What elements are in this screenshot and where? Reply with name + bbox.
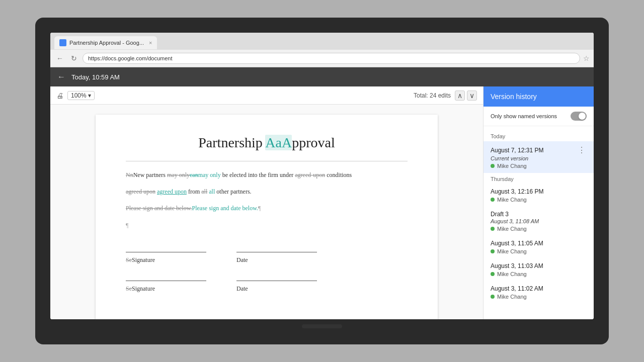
version-author-4: Mike Chang (491, 248, 587, 254)
named-versions-toggle[interactable] (571, 112, 587, 121)
browser-chrome: Partnership Approval - Goog... × ← ↻ ☆ (50, 33, 594, 67)
laptop-frame: Partnership Approval - Goog... × ← ↻ ☆ ←… (35, 18, 609, 344)
address-bar-row: ← ↻ ☆ (50, 50, 594, 67)
date-label-1: Date (236, 256, 317, 264)
doc-page-container: Partnership AaApproval NnNew partners ma… (50, 105, 483, 319)
date-line-1 (236, 245, 317, 252)
next-edit-button[interactable]: ∨ (467, 90, 477, 101)
zoom-arrow-icon: ▾ (88, 92, 91, 99)
title-part2: pproval (292, 135, 335, 150)
doc-page-title: Partnership AaApproval (126, 135, 408, 151)
back-arrow-button[interactable]: ← (57, 72, 65, 81)
author-dot-3 (491, 227, 495, 231)
sig-row-1: SeSignature Date (126, 245, 408, 264)
body-teal-all: all (209, 188, 215, 195)
version-item-6[interactable]: August 3, 11:02 AM Mike Chang (484, 281, 594, 304)
author-name-6: Mike Chang (497, 294, 527, 300)
version-time-5: August 3, 11:03 AM (491, 262, 543, 269)
doc-secondary-toolbar: 🖨 100% ▾ Total: 24 edits ∧ ∨ (50, 86, 483, 105)
author-name-5: Mike Chang (497, 271, 527, 277)
version-author-5: Mike Chang (491, 271, 587, 277)
version-item-1-header: August 7, 12:31 PM ⋮ (491, 145, 587, 155)
author-name-2: Mike Chang (497, 197, 527, 203)
version-item-4[interactable]: August 3, 11:05 AM Mike Chang (484, 236, 594, 258)
version-item-1[interactable]: August 7, 12:31 PM ⋮ Current version Mik… (484, 141, 594, 173)
date-label-2: Date (236, 285, 317, 293)
edit-count: Total: 24 edits (414, 92, 451, 99)
doc-divider (126, 161, 408, 161)
author-dot-6 (491, 295, 495, 299)
doc-page: Partnership AaApproval NnNew partners ma… (96, 115, 438, 319)
thursday-section-label: Thursday (484, 173, 594, 184)
version-time-2: August 3, 12:16 PM (491, 188, 543, 195)
doc-body-4: ¶ (126, 221, 408, 230)
body-teal-1: may only (198, 171, 221, 178)
date-field-1: Date (236, 245, 317, 264)
version-time-1: August 7, 12:31 PM (491, 147, 543, 154)
author-dot-1 (491, 164, 495, 168)
screen: Partnership Approval - Goog... × ← ↻ ☆ ←… (50, 33, 594, 319)
sig-line-1 (126, 245, 206, 252)
author-name-3: Mike Chang (497, 226, 527, 232)
sig-label-2: SeSignature (126, 285, 206, 293)
zoom-value: 100% (71, 92, 87, 99)
address-input[interactable] (83, 53, 580, 64)
title-part1: Partnership (198, 135, 265, 150)
body-strikethrough-teal: can (190, 171, 198, 178)
version-panel-title: Version history (491, 93, 537, 101)
sig-field-1: SeSignature (126, 245, 206, 264)
back-button[interactable]: ← (54, 53, 65, 64)
date-field-2: Date (236, 274, 317, 293)
today-section-label: Today (484, 130, 594, 141)
body-strike-agreed: agreed upon (126, 188, 155, 195)
doc-edit-time: Today, 10:59 AM (71, 73, 120, 81)
version-panel-header: Version history (484, 86, 594, 107)
paragraph-mark-1: ¶ (258, 205, 261, 212)
version-author-1: Mike Chang (491, 163, 587, 169)
version-author-6: Mike Chang (491, 294, 587, 300)
main-area: 🖨 100% ▾ Total: 24 edits ∧ ∨ (50, 86, 594, 319)
version-item-2-header: August 3, 12:16 PM (491, 188, 587, 195)
signature-section: SeSignature Date (126, 245, 408, 293)
body-teal-agreed: agreed upon (157, 188, 187, 195)
author-dot-5 (491, 272, 495, 276)
version-item-5-header: August 3, 11:03 AM (491, 262, 587, 269)
doc-body-3: Please sign and date below.Please sign a… (126, 204, 408, 213)
toggle-label: Only show named versions (491, 113, 567, 120)
author-dot-2 (491, 198, 495, 202)
author-name-1: Mike Chang (497, 163, 527, 169)
doc-toolbar: ← Today, 10:59 AM (50, 67, 594, 86)
tab-label: Partnership Approval - Goog... (69, 40, 144, 46)
title-highlight: AaA (265, 135, 292, 150)
bookmark-icon[interactable]: ☆ (583, 54, 590, 62)
version-item-2[interactable]: August 3, 12:16 PM Mike Chang (484, 184, 594, 207)
body-strikethrough-3: agreed-upon (295, 171, 325, 178)
refresh-button[interactable]: ↻ (68, 53, 79, 64)
body-teal-sign: Please sign and date below. (192, 205, 259, 212)
tab-favicon (59, 39, 66, 46)
version-item-3-header: Draft 3 (491, 211, 587, 218)
tab-bar: Partnership Approval - Goog... × (50, 33, 594, 50)
paragraph-mark-2: ¶ (126, 222, 128, 229)
version-author-3: Mike Chang (491, 226, 587, 232)
sig-line-2 (126, 274, 206, 281)
browser-tab[interactable]: Partnership Approval - Goog... × (54, 36, 157, 49)
version-name-3: August 3, 11:08 AM (491, 218, 587, 224)
tab-close-button[interactable]: × (149, 40, 152, 46)
sig-field-2: SeSignature (126, 274, 206, 293)
print-icon[interactable]: 🖨 (56, 92, 63, 100)
version-time-6: August 3, 11:02 AM (491, 285, 543, 292)
version-more-button-1[interactable]: ⋮ (577, 145, 587, 155)
prev-edit-button[interactable]: ∧ (455, 90, 465, 101)
doc-body-2: agreed upon agreed upon from all all oth… (126, 187, 408, 197)
zoom-control[interactable]: 100% ▾ (67, 91, 95, 100)
version-toggle-row: Only show named versions (484, 107, 594, 126)
version-item-3[interactable]: Draft 3 August 3, 11:08 AM Mike Chang (484, 207, 594, 236)
version-item-4-header: August 3, 11:05 AM (491, 240, 587, 247)
doc-area: 🖨 100% ▾ Total: 24 edits ∧ ∨ (50, 86, 483, 319)
nav-arrows: ∧ ∨ (455, 90, 477, 101)
body-strike-sign: Please sign and date below. (126, 205, 192, 212)
author-name-4: Mike Chang (497, 248, 527, 254)
version-list: Today August 7, 12:31 PM ⋮ Current versi… (484, 126, 594, 319)
version-item-5[interactable]: August 3, 11:03 AM Mike Chang (484, 258, 594, 281)
